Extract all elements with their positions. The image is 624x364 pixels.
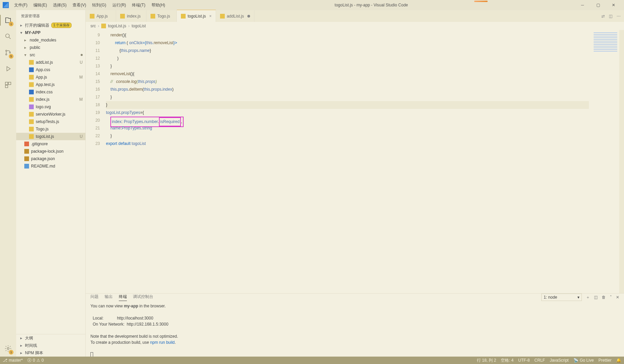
status-bell-icon[interactable]: 🔔 bbox=[616, 358, 621, 363]
file-indexjs[interactable]: index.jsM bbox=[16, 96, 85, 103]
menu-view[interactable]: 查看(V) bbox=[70, 1, 89, 9]
tab-addlist[interactable]: addList.js bbox=[216, 10, 254, 22]
compare-icon[interactable]: ⇄ bbox=[601, 14, 605, 19]
activity-scm[interactable]: 5 bbox=[0, 44, 16, 61]
file-togolist[interactable]: togoList.jsU bbox=[16, 133, 85, 140]
open-editors-section[interactable]: 打开的编辑器 1 个未保存 bbox=[16, 22, 85, 29]
panel-tab-debug[interactable]: 调试控制台 bbox=[133, 294, 153, 301]
terminal-select[interactable]: 1: node▾ bbox=[541, 294, 582, 301]
svg-rect-5 bbox=[8, 82, 11, 85]
scrollbar[interactable] bbox=[619, 30, 624, 293]
section-timeline[interactable]: 时间线 bbox=[16, 342, 85, 349]
menu-terminal[interactable]: 终端(T) bbox=[129, 1, 148, 9]
sidebar: 资源管理器 打开的编辑器 1 个未保存 MY-APP node_modules … bbox=[16, 10, 86, 357]
activity-extensions[interactable] bbox=[0, 77, 16, 93]
terminal-split-icon[interactable]: ◫ bbox=[594, 295, 598, 300]
file-indexcss[interactable]: index.css bbox=[16, 88, 85, 96]
tab-strip: App.js index.js Togo.js togoList.js× add… bbox=[86, 10, 624, 22]
folder-public[interactable]: public bbox=[16, 44, 85, 51]
menu-file[interactable]: 文件(F) bbox=[11, 1, 30, 9]
status-eol[interactable]: CRLF bbox=[535, 358, 545, 363]
unsaved-badge: 1 个未保存 bbox=[51, 23, 72, 28]
title-bar: 文件(F) 编辑(E) 选择(S) 查看(V) 转到(G) 运行(R) 终端(T… bbox=[0, 0, 624, 10]
file-appcss[interactable]: App.css bbox=[16, 66, 85, 73]
svg-point-2 bbox=[6, 54, 7, 55]
menu-help[interactable]: 帮助(H) bbox=[149, 1, 168, 9]
file-pkglock[interactable]: package-lock.json bbox=[16, 148, 85, 155]
svg-point-1 bbox=[6, 50, 7, 52]
code-area[interactable]: render(){ return ( onClick={this.removeL… bbox=[106, 30, 589, 293]
window-title: togoList.js - my-app - Visual Studio Cod… bbox=[168, 3, 574, 7]
folder-src[interactable]: src bbox=[16, 51, 85, 59]
accent-decoration bbox=[474, 1, 488, 2]
terminal-add-icon[interactable]: ＋ bbox=[586, 295, 590, 300]
svg-rect-4 bbox=[5, 82, 8, 85]
panel-maximize-icon[interactable]: ˄ bbox=[610, 295, 612, 300]
menu-run[interactable]: 运行(R) bbox=[110, 1, 129, 9]
tab-togolist[interactable]: togoList.js× bbox=[177, 10, 216, 22]
folder-modified-icon bbox=[81, 54, 83, 56]
status-golive[interactable]: 📡 Go Live bbox=[573, 358, 594, 363]
line-gutter: 91011121314151617181920212223 bbox=[86, 30, 106, 293]
panel-tab-terminal[interactable]: 终端 bbox=[119, 294, 127, 301]
panel: 问题 输出 终端 调试控制台 1: node▾ ＋ ◫ 🗑 ˄ ✕ You ca… bbox=[86, 293, 624, 357]
file-setuptests[interactable]: setupTests.js bbox=[16, 118, 85, 125]
file-gitignore[interactable]: .gitignore bbox=[16, 140, 85, 148]
panel-tab-output[interactable]: 输出 bbox=[105, 294, 113, 301]
more-icon[interactable]: ⋯ bbox=[617, 14, 621, 19]
status-indent[interactable]: 空格: 4 bbox=[501, 358, 513, 363]
file-appjs[interactable]: App.jsM bbox=[16, 73, 85, 81]
status-branch[interactable]: ⎇ master* bbox=[3, 358, 23, 363]
file-logosvg[interactable]: logo.svg bbox=[16, 103, 85, 111]
section-npm[interactable]: NPM 脚本 bbox=[16, 349, 85, 357]
settings-badge: 1 bbox=[9, 350, 13, 355]
menu-goto[interactable]: 转到(G) bbox=[89, 1, 109, 9]
menu-edit[interactable]: 编辑(E) bbox=[31, 1, 50, 9]
project-section[interactable]: MY-APP bbox=[16, 29, 85, 36]
window-minimize-button[interactable]: ─ bbox=[575, 0, 590, 10]
sidebar-title: 资源管理器 bbox=[16, 10, 85, 22]
file-tree: node_modules public src addList.jsU App.… bbox=[16, 36, 85, 334]
activity-search[interactable] bbox=[0, 28, 16, 44]
file-addlist[interactable]: addList.jsU bbox=[16, 59, 85, 66]
terminal-trash-icon[interactable]: 🗑 bbox=[602, 295, 606, 300]
terminal-cursor-icon bbox=[90, 352, 93, 357]
window-close-button[interactable]: ✕ bbox=[606, 0, 621, 10]
activity-bar: 1 5 1 bbox=[0, 10, 16, 357]
file-pkg[interactable]: package.json bbox=[16, 155, 85, 162]
tab-togojs[interactable]: Togo.js bbox=[146, 10, 177, 22]
menu-select[interactable]: 选择(S) bbox=[50, 1, 69, 9]
explorer-badge: 1 bbox=[9, 22, 13, 26]
svg-point-7 bbox=[7, 347, 9, 350]
svg-point-3 bbox=[9, 52, 11, 53]
panel-tab-problems[interactable]: 问题 bbox=[90, 294, 99, 301]
panel-close-icon[interactable]: ✕ bbox=[616, 295, 619, 300]
tab-appjs[interactable]: App.js bbox=[86, 10, 116, 22]
minimap[interactable] bbox=[589, 30, 619, 293]
svg-rect-6 bbox=[5, 85, 8, 88]
file-togo[interactable]: Togo.js bbox=[16, 125, 85, 133]
file-apptest[interactable]: App.test.js bbox=[16, 81, 85, 88]
window-maximize-button[interactable]: ▢ bbox=[590, 0, 606, 10]
status-problems[interactable]: ⓧ 0 ⚠ 0 bbox=[27, 358, 44, 363]
status-prettier[interactable]: Prettier bbox=[598, 358, 612, 363]
section-outline[interactable]: 大纲 bbox=[16, 334, 85, 342]
split-icon[interactable]: ◫ bbox=[609, 14, 613, 19]
scm-badge: 5 bbox=[9, 54, 13, 59]
file-serviceworker[interactable]: serviceWorker.js bbox=[16, 111, 85, 118]
folder-node-modules[interactable]: node_modules bbox=[16, 36, 85, 44]
editor[interactable]: 91011121314151617181920212223 render(){ … bbox=[86, 30, 624, 293]
breadcrumbs[interactable]: src› togoList.js› togoList bbox=[86, 22, 624, 30]
status-position[interactable]: 行 18, 列 2 bbox=[477, 358, 496, 363]
tab-close-icon[interactable]: × bbox=[209, 14, 212, 19]
terminal-output[interactable]: You can now view my-app in the browser. … bbox=[86, 301, 624, 361]
activity-explorer[interactable]: 1 bbox=[0, 12, 16, 28]
tab-indexjs[interactable]: index.js bbox=[116, 10, 146, 22]
open-editors-label: 打开的编辑器 bbox=[25, 23, 49, 28]
status-language[interactable]: JavaScript bbox=[550, 358, 569, 363]
status-encoding[interactable]: UTF-8 bbox=[518, 358, 530, 363]
activity-settings[interactable]: 1 bbox=[0, 340, 16, 357]
vscode-logo-icon bbox=[3, 2, 9, 8]
activity-debug[interactable] bbox=[0, 61, 16, 77]
file-readme[interactable]: README.md bbox=[16, 162, 85, 170]
